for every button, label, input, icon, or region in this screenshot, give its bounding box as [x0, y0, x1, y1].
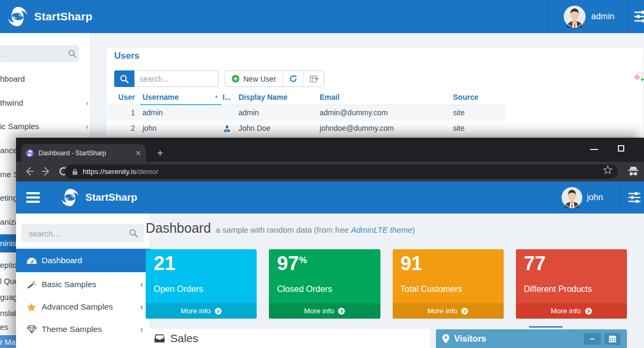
- column-header-email[interactable]: Email: [320, 91, 339, 105]
- startsharp-logo-icon: [61, 188, 79, 207]
- avatar[interactable]: [563, 5, 586, 28]
- table-row[interactable]: 1 admin admin admin@dummy.com site: [107, 105, 505, 121]
- header-divider: [621, 181, 621, 213]
- refresh-button[interactable]: [283, 71, 303, 86]
- avatar[interactable]: [561, 187, 583, 208]
- grid-search-input[interactable]: [134, 70, 219, 87]
- back-icon[interactable]: [23, 165, 35, 177]
- more-info-link[interactable]: More info: [516, 303, 627, 319]
- chevron-left-icon: ‹: [86, 95, 89, 111]
- plus-circle-icon: [232, 75, 240, 83]
- incognito-icon: [627, 165, 640, 177]
- cell-source: site: [453, 105, 465, 121]
- cell-username-link[interactable]: john: [142, 121, 156, 136]
- grid-header-row: User Id Username ▲ I... Display Name Ema…: [107, 91, 505, 105]
- forward-icon[interactable]: [41, 165, 52, 177]
- pill-capsule-icon[interactable]: [633, 70, 644, 82]
- page-subtitle: a sample with random data (from free Adm…: [216, 225, 415, 234]
- stat-label: Total Customers: [401, 284, 463, 294]
- magic-wand-icon: [26, 280, 37, 289]
- users-grid: User Id Username ▲ I... Display Name Ema…: [107, 91, 505, 136]
- sidebar-item-theme-samples[interactable]: Theme Samples ‹: [16, 318, 150, 341]
- dashboard-gauge-icon: [26, 257, 37, 264]
- star-icon: [26, 303, 37, 312]
- column-header-username[interactable]: Username: [142, 91, 179, 105]
- new-user-button[interactable]: New User: [225, 71, 282, 86]
- username-label[interactable]: admin: [591, 0, 615, 33]
- sort-ascending-icon: ▲: [214, 93, 219, 99]
- arrow-circle-right-icon: [214, 307, 222, 315]
- column-header-source[interactable]: Source: [453, 91, 478, 105]
- browser-titlebar[interactable]: Dashboard - StartSharp ✕ +: [16, 138, 644, 162]
- tab-title: Dashboard - StartSharp: [38, 149, 132, 157]
- header-divider: [628, 0, 629, 33]
- stat-label: Closed Orders: [277, 284, 332, 294]
- sales-panel-title: Sales: [170, 332, 198, 345]
- sales-panel-header: Sales: [154, 332, 198, 345]
- chevron-left-icon: ‹: [140, 302, 143, 312]
- sidebar-item-northwind-truncated[interactable]: thwind‹: [0, 95, 91, 111]
- arrow-circle-right-icon: [338, 307, 345, 315]
- bookmark-star-icon[interactable]: [603, 165, 613, 175]
- chevron-left-icon: ‹: [140, 325, 143, 334]
- arrow-circle-right-icon: [585, 307, 592, 315]
- header-divider: [550, 181, 550, 213]
- chevron-left-icon: ‹: [140, 280, 143, 289]
- stat-card-closed-orders: 97% Closed Orders More info: [269, 249, 380, 319]
- column-header-user-id[interactable]: User Id: [110, 91, 135, 105]
- cell-username-link[interactable]: admin: [142, 105, 163, 121]
- adminlte-theme-link[interactable]: AdminLTE theme: [351, 225, 412, 234]
- sidebar-item-advanced-samples[interactable]: Advanced Samples ‹: [16, 296, 150, 318]
- calendar-button[interactable]: [605, 333, 621, 345]
- more-info-link[interactable]: More info: [269, 303, 380, 319]
- settings-sliders-icon[interactable]: [634, 10, 644, 23]
- browser-toolbar: https://serenity.is/demo/: [16, 162, 644, 181]
- grid-search-button[interactable]: [114, 70, 134, 87]
- settings-sliders-icon[interactable]: [627, 191, 641, 204]
- address-bar[interactable]: https://serenity.is/demo/: [65, 164, 618, 179]
- sidebar-search-input[interactable]: [21, 224, 144, 242]
- sales-panel: Sales Donut Area: [146, 329, 430, 348]
- cell-email: admin@dummy.com: [320, 105, 388, 121]
- column-header-i[interactable]: I...: [222, 91, 231, 105]
- stat-cards-row: 21 Open Orders More info 97% Closed Orde…: [146, 249, 627, 319]
- tab-close-icon[interactable]: ✕: [135, 149, 141, 157]
- sidebar-item-dashboard[interactable]: Dashboard: [16, 249, 150, 272]
- screen: StartSharp admin hboard thwind‹ ic Sampl…: [0, 0, 644, 348]
- visitors-panel-title: Visitors: [454, 334, 486, 344]
- cell-user-id: 2: [110, 121, 135, 136]
- visitors-panel-header: Visitors −: [436, 329, 627, 348]
- startsharp-logo-icon: [7, 6, 28, 27]
- table-row[interactable]: 2 john John Doe johndoe@dummy.com site: [107, 121, 505, 136]
- url-text: https://serenity.is/demo/: [83, 168, 158, 176]
- header-divider: [48, 181, 49, 213]
- inbox-icon: [154, 334, 165, 343]
- more-info-link[interactable]: More info: [146, 303, 257, 319]
- browser-tab[interactable]: Dashboard - StartSharp ✕: [21, 144, 146, 162]
- browser-window: Dashboard - StartSharp ✕ +: [16, 138, 644, 348]
- export-excel-button[interactable]: [304, 71, 324, 86]
- map-marker-icon: [442, 334, 449, 343]
- stat-card-different-products: 77 Different Products More info: [516, 249, 627, 319]
- window-minimize-button[interactable]: [590, 149, 598, 150]
- collapse-button[interactable]: −: [584, 333, 601, 345]
- new-tab-button[interactable]: +: [154, 147, 166, 160]
- chevron-left-icon: ‹: [86, 118, 89, 135]
- column-header-display-name[interactable]: Display Name: [238, 91, 288, 105]
- stat-card-total-customers: 91 Total Customers More info: [393, 249, 504, 319]
- stat-label: Different Products: [524, 284, 592, 294]
- sidebar-search-box[interactable]: [21, 224, 144, 242]
- cell-user-id: 1: [110, 105, 135, 121]
- more-info-link[interactable]: More info: [393, 303, 504, 319]
- sidebar-search-input[interactable]: [0, 45, 79, 62]
- username-label[interactable]: john: [587, 181, 603, 213]
- sidebar-item-basic-samples[interactable]: Basic Samples ‹: [16, 273, 150, 296]
- search-icon: [129, 229, 138, 238]
- menu-toggle-icon[interactable]: [26, 192, 40, 203]
- window-maximize-button[interactable]: [618, 145, 624, 152]
- sidebar-item-basic-samples-truncated[interactable]: ic Samples‹: [0, 118, 91, 135]
- refresh-icon: [289, 74, 298, 83]
- gem-icon: [26, 325, 37, 334]
- sidebar-item-dashboard-truncated[interactable]: hboard: [0, 71, 91, 87]
- users-panel: Users New User: [106, 47, 644, 137]
